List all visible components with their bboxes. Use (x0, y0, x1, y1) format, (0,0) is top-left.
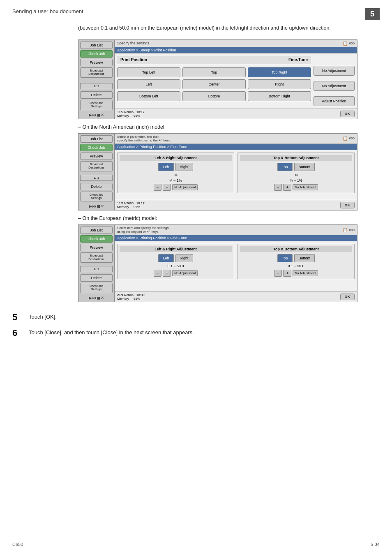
top-btn-1[interactable]: Top (277, 163, 293, 171)
plus-btn-right-2[interactable]: + (283, 270, 291, 277)
finetune-left-btns-2: Left Right (120, 254, 232, 262)
fine-tune-btn-1[interactable]: No Adjustment (314, 66, 355, 76)
right-btn-1[interactable]: Right (175, 163, 193, 171)
settings-btn-3[interactable]: Check JobSettings (80, 283, 113, 293)
finetune-left-1: Left & Right Adjustment Left Right ⇔ ¼ –… (117, 153, 234, 193)
bottom-date-3: 21/11/2006 18:39 Memory 99% (117, 293, 145, 301)
top-btn-2[interactable]: Top (277, 254, 293, 262)
pos-top-right[interactable]: Top Right (248, 67, 311, 77)
minus-btn-right-2[interactable]: − (274, 270, 282, 277)
bottom-icons-1: ▶⏮◼✕ (80, 113, 113, 117)
left-btn-2[interactable]: Left (158, 254, 173, 262)
breadcrumb-3: Application > Printing Position > Fine-T… (115, 235, 357, 241)
fine-tune-btn-3[interactable]: Adjust Position (314, 96, 355, 106)
finetune-value-left-2: 0.1 – 50.0 (120, 264, 232, 268)
right-panel-2: Select a parameter, and then specify the… (115, 134, 357, 210)
broadcast-btn-3[interactable]: BroadcastDestinations (80, 252, 113, 263)
broadcast-btn[interactable]: BroadcastDestinations (80, 67, 113, 78)
left-btn-1[interactable]: Left (158, 163, 173, 171)
status-indicator-2: 000 (349, 136, 355, 140)
finetune-value-left-1: ¼ – 1% (120, 178, 232, 183)
pos-top[interactable]: Top (182, 67, 246, 77)
ok-btn-1[interactable]: OK (340, 111, 355, 117)
delete-btn-3[interactable]: Delete (80, 274, 113, 282)
minus-btn-left-1[interactable]: − (154, 184, 162, 191)
pos-bottom-left[interactable]: Bottom Left (117, 91, 180, 101)
delete-btn-1[interactable]: Delete (80, 91, 113, 99)
minus-btn-left-2[interactable]: − (154, 270, 162, 277)
breadcrumb-2: Application > Printing Position > Fine-T… (115, 144, 357, 150)
step-5-text: Touch [OK]. (29, 312, 57, 320)
pos-right[interactable]: Right (248, 79, 311, 89)
step-6-text: Touch [Close], and then touch [Close] in… (29, 328, 194, 335)
step-5-number: 5 (12, 312, 22, 323)
pos-left[interactable]: Left (117, 79, 180, 89)
position-grid-1: Top Left Top Top Right Left Center Right… (117, 67, 311, 101)
top-bar-3: Select item and specify the settings usi… (115, 225, 357, 235)
bottom-date-2: 11/21/2006 18:17 Memory 99% (117, 201, 145, 209)
status-icon-3: 📋 (343, 228, 348, 232)
content-2: Left & Right Adjustment Left Right ⇔ ¼ –… (115, 150, 357, 200)
right-btn-2[interactable]: Right (175, 254, 193, 262)
finetune-value-right-1: ¼ – 1% (240, 178, 352, 183)
minus-btn-right-1[interactable]: − (274, 184, 282, 191)
step-5: 5 Touch [OK]. (12, 312, 380, 323)
preview-btn-2[interactable]: Preview (80, 153, 113, 160)
plus-btn-left-1[interactable]: + (163, 184, 171, 191)
status-indicator-3: 000 (349, 228, 355, 232)
bottom-icons-2: ▶⏮◼✕ (80, 204, 113, 208)
no-adj-left-2[interactable]: No Adjustment (172, 270, 198, 276)
ok-btn-2[interactable]: OK (340, 202, 355, 208)
finetune-left-header-2: Left & Right Adjustment (120, 246, 232, 252)
pos-bottom[interactable]: Bottom (182, 91, 246, 101)
finetune-controls-right-2: − + No Adjustment (240, 270, 352, 277)
settings-btn-2[interactable]: Check JobSettings (80, 192, 113, 202)
job-list-btn[interactable]: Job List (80, 42, 113, 49)
check-job-btn-3[interactable]: Check Job (80, 235, 113, 243)
preview-btn-3[interactable]: Preview (80, 244, 113, 251)
left-panel-3: Job List Check Job Preview BroadcastDest… (78, 225, 115, 302)
finetune-left-header-1: Left & Right Adjustment (120, 155, 232, 161)
bottom-bar-1: 11/21/2006 18:17 Memory 99% OK (115, 109, 357, 119)
bullet-1: On the North American (inch) model: (78, 124, 380, 130)
fine-tune-btn-2[interactable]: No Adjustment (314, 81, 355, 91)
bottom-btn-2[interactable]: Bottom (294, 254, 315, 262)
finetune-grid-2: Left & Right Adjustment Left Right 0.1 –… (117, 244, 355, 279)
pos-bottom-right[interactable]: Bottom Right (248, 91, 311, 101)
page-indicator-2: 1/ 1 (80, 175, 113, 181)
status-icon-1: 📋 (343, 41, 348, 46)
arrow-icon-left: ⇔ (174, 173, 178, 177)
left-panel-2: Job List Check Job Preview BroadcastDest… (78, 134, 115, 210)
no-adj-right-1[interactable]: No Adjustment (293, 184, 318, 190)
pos-top-left[interactable]: Top Left (117, 67, 180, 77)
content-main-1: Print Position Fine-Tune Top Left Top To… (117, 56, 311, 106)
bottom-btn-1[interactable]: Bottom (294, 163, 315, 171)
content-1: Print Position Fine-Tune Top Left Top To… (115, 53, 357, 109)
job-list-btn-2[interactable]: Job List (80, 135, 113, 143)
bullet-2: On the European (metric) model: (78, 215, 380, 221)
range-right-2: 0.1 – 50.0 (288, 264, 304, 268)
page-indicator-3: 1/ 1 (80, 266, 113, 272)
top-instruction-1: Specify the settings. (117, 41, 150, 45)
check-job-btn-2[interactable]: Check Job (80, 144, 113, 151)
no-adj-right-2[interactable]: No Adjustment (293, 270, 318, 276)
bottom-icons-3: ▶⏮◼✕ (80, 296, 113, 300)
footer-page: 5-34 (371, 542, 380, 547)
finetune-grid-1: Left & Right Adjustment Left Right ⇔ ¼ –… (117, 153, 355, 193)
settings-btn-1[interactable]: Check JobSettings (80, 100, 113, 110)
plus-btn-right-1[interactable]: + (283, 184, 291, 191)
pos-center[interactable]: Center (182, 79, 246, 89)
bullet-2-text: On the European (metric) model: (82, 215, 157, 221)
delete-btn-2[interactable]: Delete (80, 183, 113, 190)
plus-btn-left-2[interactable]: + (163, 270, 171, 277)
no-adj-left-1[interactable]: No Adjustment (172, 184, 198, 190)
content-3: Left & Right Adjustment Left Right 0.1 –… (115, 241, 357, 291)
check-job-btn[interactable]: Check Job (80, 50, 113, 58)
job-list-btn-3[interactable]: Job List (80, 227, 113, 234)
preview-btn[interactable]: Preview (80, 59, 113, 66)
finetune-right-btns-1: Top Bottom (240, 163, 352, 171)
bullet-1-text: On the North American (inch) model: (82, 124, 166, 130)
range-left-1: ¼ – 1% (169, 178, 182, 183)
broadcast-btn-2[interactable]: BroadcastDestinations (80, 161, 113, 171)
ok-btn-3[interactable]: OK (340, 294, 355, 300)
